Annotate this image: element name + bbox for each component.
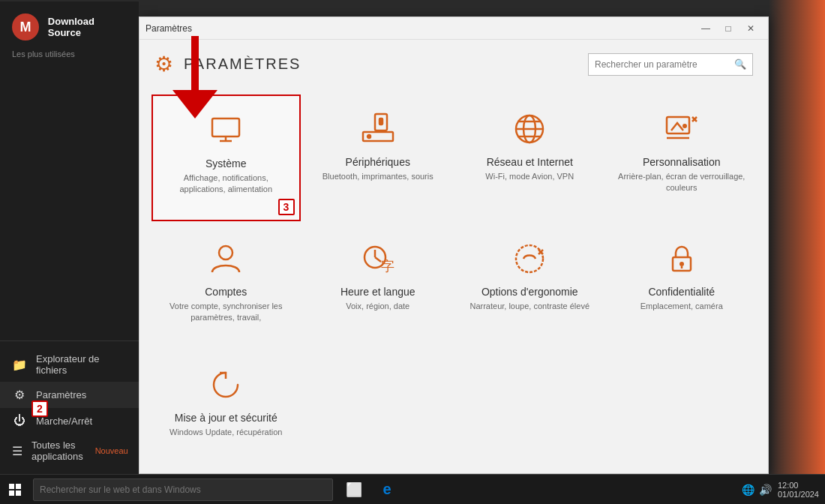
app-name-label: Download Source bbox=[48, 16, 130, 38]
new-badge: Nouveau bbox=[95, 446, 128, 455]
tile-peripheriques[interactable]: Périphériques Bluetooth, imprimantes, so… bbox=[304, 94, 453, 221]
app-logo: M bbox=[12, 14, 39, 40]
taskbar-search-box[interactable] bbox=[33, 478, 333, 501]
tile-heure[interactable]: 字 Heure et langue Voix, région, date bbox=[304, 224, 453, 348]
ergonomie-name: Options d'ergonomie bbox=[482, 286, 578, 298]
confidentialite-desc: Emplacement, caméra bbox=[640, 301, 723, 312]
svg-text:字: 字 bbox=[381, 259, 394, 274]
power-icon: ⏻ bbox=[12, 414, 27, 428]
personnalisation-icon bbox=[662, 110, 701, 148]
settings-tiles-grid: Système Affichage, notifications, applic… bbox=[140, 88, 768, 473]
explorer-label: Explorateur de fichiers bbox=[36, 353, 127, 376]
ergonomie-desc: Narrateur, loupe, contraste élevé bbox=[470, 301, 590, 312]
maj-icon bbox=[206, 365, 245, 404]
reseau-icon bbox=[510, 110, 549, 148]
toutes-label: Toutes les applications bbox=[32, 440, 83, 462]
sidebar-item-parametres[interactable]: ⚙ Paramètres bbox=[0, 382, 139, 408]
personnalisation-name: Personnalisation bbox=[643, 156, 721, 168]
reseau-name: Réseau et Internet bbox=[487, 156, 573, 168]
annotation-badge-2: 2 bbox=[32, 400, 48, 417]
most-used-label: Les plus utilisées bbox=[0, 46, 139, 64]
tile-maj[interactable]: Mise à jour et sécurité Windows Update, … bbox=[152, 350, 301, 467]
systeme-icon bbox=[206, 111, 245, 150]
settings-search-input[interactable] bbox=[595, 59, 730, 70]
confidentialite-icon bbox=[662, 239, 701, 278]
reseau-desc: Wi-Fi, mode Avion, VPN bbox=[485, 171, 574, 182]
peripheriques-name: Périphériques bbox=[346, 156, 410, 168]
clock: 12:0001/01/2024 bbox=[778, 481, 819, 499]
sidebar-item-marche-arret[interactable]: ⏻ Marche/Arrêt bbox=[0, 408, 139, 434]
edge-browser-button[interactable]: e bbox=[372, 475, 402, 505]
heure-desc: Voix, région, date bbox=[346, 301, 410, 312]
start-button[interactable] bbox=[0, 475, 30, 505]
svg-point-6 bbox=[368, 135, 370, 138]
confidentialite-name: Confidentialité bbox=[648, 286, 715, 298]
window-controls: — □ ✕ bbox=[694, 17, 762, 40]
tile-personnalisation[interactable]: Personnalisation Arrière-plan, écran de … bbox=[608, 94, 757, 221]
maximize-button[interactable]: □ bbox=[717, 17, 740, 40]
window-titlebar: Paramètres — □ ✕ bbox=[140, 17, 768, 40]
parametres-label: Paramètres bbox=[36, 389, 86, 400]
sidebar-item-toutes-apps[interactable]: ☰ Toutes les applications Nouveau bbox=[0, 434, 139, 468]
personnalisation-desc: Arrière-plan, écran de verrouillage, cou… bbox=[616, 171, 748, 194]
settings-search-box[interactable]: 🔍 bbox=[588, 53, 753, 76]
gear-icon: ⚙ bbox=[12, 388, 27, 402]
window-title: Paramètres bbox=[146, 23, 694, 34]
folder-icon: 📁 bbox=[12, 358, 27, 372]
sidebar-item-explorer[interactable]: 📁 Explorateur de fichiers bbox=[0, 347, 139, 382]
task-view-button[interactable]: ⬜ bbox=[339, 475, 369, 505]
ergonomie-icon bbox=[510, 239, 549, 278]
systeme-desc: Affichage, notifications, applications, … bbox=[162, 172, 290, 196]
taskbar-right-area: 🌐 🔊 12:0001/01/2024 bbox=[742, 481, 825, 499]
svg-point-26 bbox=[680, 262, 684, 266]
comptes-icon bbox=[206, 239, 245, 278]
svg-point-16 bbox=[682, 124, 687, 128]
windows-icon bbox=[9, 484, 21, 496]
settings-window: Paramètres — □ ✕ ⚙ PARAMÈTRES 🔍 Systèm bbox=[139, 16, 769, 474]
svg-line-20 bbox=[375, 257, 381, 262]
maj-desc: Windows Update, récupération bbox=[170, 427, 282, 438]
tile-confidentialite[interactable]: Confidentialité Emplacement, caméra bbox=[608, 224, 757, 348]
svg-rect-0 bbox=[212, 118, 239, 136]
apps-icon: ☰ bbox=[12, 444, 22, 458]
network-icon: 🌐 bbox=[742, 484, 754, 496]
peripheriques-icon bbox=[358, 110, 398, 148]
search-icon: 🔍 bbox=[734, 58, 746, 70]
tile-reseau[interactable]: Réseau et Internet Wi-Fi, mode Avion, VP… bbox=[455, 94, 604, 221]
settings-page-title: PARAMÈTRES bbox=[184, 56, 301, 73]
start-menu-spacer bbox=[0, 64, 139, 340]
annotation-badge-3: 3 bbox=[278, 199, 295, 215]
settings-gear-icon: ⚙ bbox=[154, 52, 173, 76]
settings-header: ⚙ PARAMÈTRES 🔍 bbox=[140, 40, 768, 88]
close-button[interactable]: ✕ bbox=[740, 17, 762, 40]
tile-comptes[interactable]: Comptes Votre compte, synchroniser les p… bbox=[152, 224, 301, 348]
svg-point-17 bbox=[219, 246, 232, 260]
tile-ergonomie[interactable]: Options d'ergonomie Narrateur, loupe, co… bbox=[455, 224, 604, 348]
taskbar: ⬜ e 🌐 🔊 12:0001/01/2024 bbox=[0, 474, 825, 504]
start-menu: M Download Source Les plus utilisées 📁 E… bbox=[0, 2, 139, 474]
taskbar-search-input[interactable] bbox=[40, 484, 326, 495]
systeme-name: Système bbox=[206, 158, 246, 170]
maj-name: Mise à jour et sécurité bbox=[175, 412, 278, 424]
comptes-desc: Votre compte, synchroniser les paramètre… bbox=[160, 301, 292, 324]
system-tray: 🌐 🔊 bbox=[742, 484, 772, 496]
start-menu-items: 📁 Explorateur de fichiers ⚙ Paramètres ⏻… bbox=[0, 340, 139, 474]
volume-icon: 🔊 bbox=[759, 484, 772, 496]
heure-icon: 字 bbox=[358, 239, 398, 278]
heure-name: Heure et langue bbox=[340, 286, 416, 298]
taskbar-icon-tray: ⬜ e bbox=[339, 475, 402, 505]
svg-rect-5 bbox=[380, 118, 382, 124]
minimize-button[interactable]: — bbox=[694, 17, 717, 40]
svg-point-22 bbox=[516, 245, 543, 272]
tile-systeme[interactable]: Système Affichage, notifications, applic… bbox=[152, 94, 301, 221]
peripheriques-desc: Bluetooth, imprimantes, souris bbox=[322, 171, 434, 182]
start-menu-header: M Download Source bbox=[0, 2, 139, 46]
comptes-name: Comptes bbox=[205, 286, 247, 298]
